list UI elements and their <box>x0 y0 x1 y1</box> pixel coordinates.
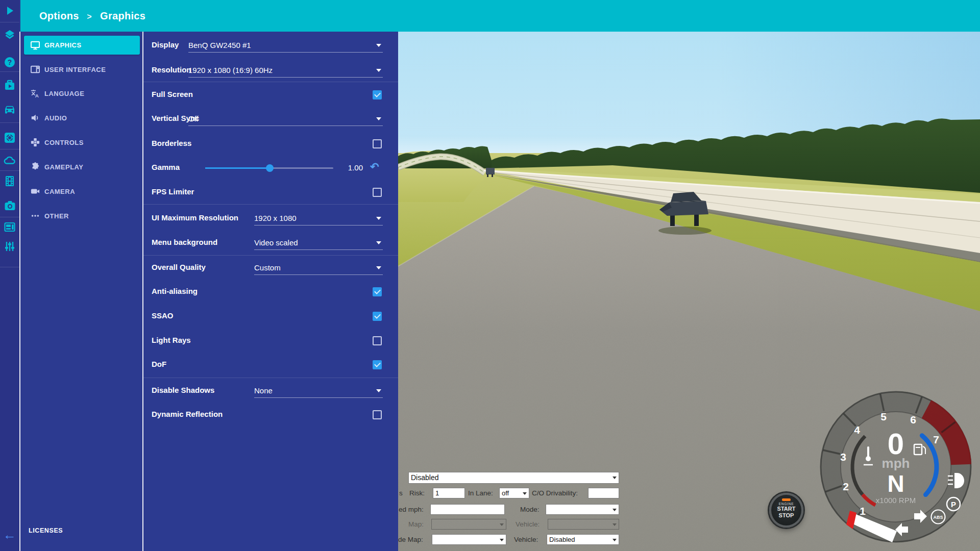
start-label: START <box>771 506 801 512</box>
svg-text:1: 1 <box>860 505 866 517</box>
in-lane-select[interactable]: off <box>499 488 529 498</box>
breadcrumb-options[interactable]: Options <box>39 10 79 21</box>
nav-item-camera[interactable]: CAMERA <box>24 181 140 202</box>
gamma-label: Gamma <box>152 163 180 171</box>
light-rays-label: Light Rays <box>152 336 191 344</box>
setting-row: Menu background Video scaled <box>143 234 398 252</box>
svg-text:7: 7 <box>933 434 939 445</box>
dof-checkbox[interactable] <box>373 360 382 369</box>
svg-text:P: P <box>951 500 956 509</box>
vehicle-label: Vehicle: <box>514 534 538 545</box>
ui-max-resolution-label: UI Maximum Resolution <box>152 213 238 222</box>
nav-item-controls[interactable]: CONTROLS <box>24 132 140 153</box>
vehicles-icon[interactable] <box>0 102 19 119</box>
chevron-down-icon <box>612 539 617 541</box>
partial-label: s <box>399 488 403 498</box>
tuning-icon[interactable] <box>0 238 19 255</box>
icon-rail: ? ← <box>0 0 19 551</box>
mph-input[interactable] <box>430 504 505 515</box>
slider-fill <box>205 167 270 169</box>
setting-row: Light Rays <box>143 332 398 350</box>
settings-icon[interactable] <box>0 129 19 146</box>
nav-item-other[interactable]: OTHER <box>24 206 140 226</box>
setting-row: DoF <box>143 356 398 374</box>
display-select[interactable]: BenQ GW2450 #1 <box>188 38 383 53</box>
options-nav: GRAPHICS USER INTERFACE A LANGUAGE AUDIO… <box>19 32 142 551</box>
nav-label: AUDIO <box>44 114 67 122</box>
overall-quality-label: Overall Quality <box>152 263 206 271</box>
setting-row: SSAO <box>143 307 398 325</box>
monitor-icon <box>31 41 40 50</box>
setting-row: Disable Shadows None <box>143 382 398 400</box>
undo-icon[interactable]: ↶ <box>370 161 379 173</box>
translate-icon: A <box>31 89 40 98</box>
missions-icon[interactable] <box>0 77 19 94</box>
fps-limiter-label: FPS Limiter <box>152 187 194 196</box>
nav-item-user-interface[interactable]: USER INTERFACE <box>24 59 140 80</box>
borderless-checkbox[interactable] <box>373 139 382 148</box>
setting-row: FPS Limiter <box>143 183 398 202</box>
traffic-mode-select[interactable]: Disabled <box>408 472 619 484</box>
chevron-down-icon <box>500 523 504 526</box>
nav-item-gameplay[interactable]: GAMEPLAY <box>24 157 140 177</box>
map-select-disabled <box>431 519 506 530</box>
full-screen-checkbox[interactable] <box>373 90 382 99</box>
back-arrow-icon[interactable]: ← <box>2 528 18 543</box>
resolution-select[interactable]: 980 x 551 (16:9) 60Hz <box>188 63 383 78</box>
chevron-down-icon <box>376 389 381 392</box>
stop-label: STOP <box>771 512 801 519</box>
nav-label: USER INTERFACE <box>44 66 106 73</box>
ui-max-resolution-select[interactable]: 980 x 551 <box>254 211 383 226</box>
dynamic-reflection-label: Dynamic Reflection <box>152 410 223 418</box>
anti-aliasing-checkbox[interactable] <box>373 287 382 296</box>
nav-item-audio[interactable]: AUDIO <box>24 108 140 128</box>
light-rays-checkbox[interactable] <box>373 336 382 345</box>
in-lane-label: In Lane: <box>468 488 493 498</box>
drivability-label: C/O Drivability: <box>532 488 578 498</box>
setting-row: Display BenQ GW2450 #1 <box>143 36 398 55</box>
gear-indicator: N <box>887 470 904 497</box>
svg-text:ABS: ABS <box>933 515 943 520</box>
vehicle-select[interactable]: Disabled <box>547 534 619 545</box>
nav-item-language[interactable]: A LANGUAGE <box>24 83 140 104</box>
nav-item-graphics[interactable]: GRAPHICS <box>24 36 140 55</box>
menu-background-select[interactable]: Video scaled <box>254 236 383 250</box>
dof-label: DoF <box>152 360 166 368</box>
nav-label: GAMEPLAY <box>44 163 83 171</box>
chevron-down-icon <box>376 217 381 220</box>
play-icon[interactable] <box>0 2 19 19</box>
engine-start-stop-button[interactable]: ENGINE START STOP <box>769 493 803 528</box>
gamma-slider[interactable] <box>205 167 333 169</box>
overall-quality-select[interactable]: Custom <box>254 261 383 275</box>
risk-input[interactable]: 1 <box>433 488 465 498</box>
mode-select[interactable] <box>546 504 619 515</box>
cloud-icon[interactable] <box>0 152 19 169</box>
drivability-input[interactable] <box>588 488 619 498</box>
screenshot-icon[interactable] <box>0 197 19 214</box>
vertical-sync-select[interactable]: Off <box>188 112 383 126</box>
engine-indicator <box>782 498 791 501</box>
full-screen-label: Full Screen <box>152 90 193 98</box>
map-label: Map: <box>408 519 424 530</box>
nav-label: CONTROLS <box>44 139 84 146</box>
fps-limiter-checkbox[interactable] <box>373 188 382 197</box>
de-map-select[interactable] <box>432 534 506 545</box>
help-icon[interactable]: ? <box>0 54 19 71</box>
disable-shadows-select[interactable]: None <box>254 384 383 398</box>
ui-apps-icon[interactable] <box>0 218 19 236</box>
layers-icon[interactable] <box>0 26 19 43</box>
resolution-label: Resolution <box>152 65 191 74</box>
chevron-down-icon <box>500 539 504 541</box>
puzzle-icon <box>31 162 40 171</box>
mph-label: ed mph: <box>399 504 424 515</box>
svg-text:3: 3 <box>840 451 846 463</box>
de-map-label: de Map: <box>398 534 423 545</box>
svg-text:4: 4 <box>854 424 860 436</box>
dynamic-reflection-checkbox[interactable] <box>373 410 382 419</box>
replay-icon[interactable] <box>0 172 19 190</box>
setting-row: Borderless <box>143 135 398 153</box>
rpm-scale-label: x1000 RPM <box>876 496 916 505</box>
licenses-link[interactable]: LICENSES <box>29 527 63 534</box>
slider-thumb[interactable] <box>266 164 274 172</box>
ssao-checkbox[interactable] <box>373 312 382 321</box>
